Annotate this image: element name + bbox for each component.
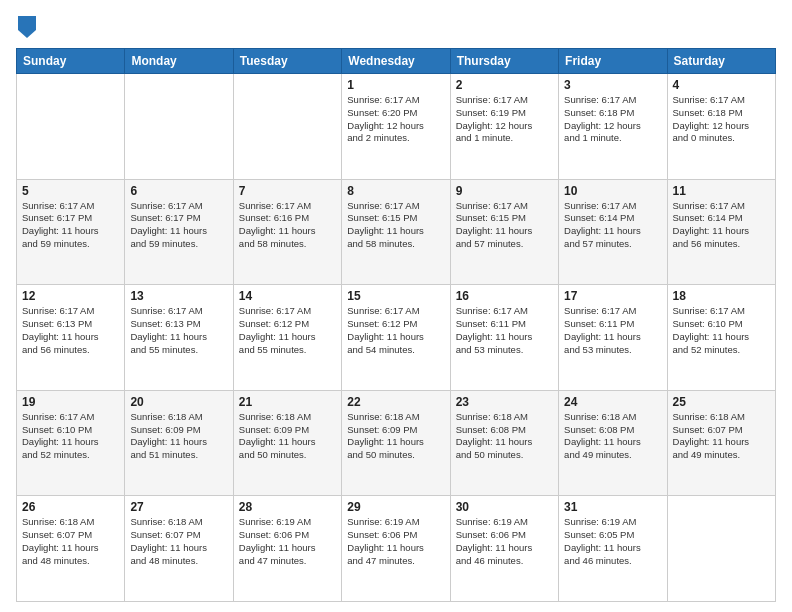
day-info: Sunrise: 6:19 AM Sunset: 6:06 PM Dayligh… bbox=[456, 516, 553, 567]
day-info: Sunrise: 6:18 AM Sunset: 6:08 PM Dayligh… bbox=[456, 411, 553, 462]
day-info: Sunrise: 6:18 AM Sunset: 6:09 PM Dayligh… bbox=[347, 411, 444, 462]
day-number: 26 bbox=[22, 500, 119, 514]
calendar-day-cell: 12Sunrise: 6:17 AM Sunset: 6:13 PM Dayli… bbox=[17, 285, 125, 391]
day-number: 1 bbox=[347, 78, 444, 92]
weekday-header: Thursday bbox=[450, 49, 558, 74]
day-info: Sunrise: 6:17 AM Sunset: 6:19 PM Dayligh… bbox=[456, 94, 553, 145]
calendar-day-cell: 16Sunrise: 6:17 AM Sunset: 6:11 PM Dayli… bbox=[450, 285, 558, 391]
calendar-day-cell: 28Sunrise: 6:19 AM Sunset: 6:06 PM Dayli… bbox=[233, 496, 341, 602]
calendar-day-cell: 10Sunrise: 6:17 AM Sunset: 6:14 PM Dayli… bbox=[559, 179, 667, 285]
calendar-day-cell: 14Sunrise: 6:17 AM Sunset: 6:12 PM Dayli… bbox=[233, 285, 341, 391]
day-number: 22 bbox=[347, 395, 444, 409]
calendar-day-cell: 18Sunrise: 6:17 AM Sunset: 6:10 PM Dayli… bbox=[667, 285, 775, 391]
day-number: 29 bbox=[347, 500, 444, 514]
weekday-header: Monday bbox=[125, 49, 233, 74]
calendar-day-cell: 15Sunrise: 6:17 AM Sunset: 6:12 PM Dayli… bbox=[342, 285, 450, 391]
calendar-day-cell bbox=[17, 74, 125, 180]
day-info: Sunrise: 6:17 AM Sunset: 6:16 PM Dayligh… bbox=[239, 200, 336, 251]
day-info: Sunrise: 6:17 AM Sunset: 6:13 PM Dayligh… bbox=[130, 305, 227, 356]
calendar-day-cell: 3Sunrise: 6:17 AM Sunset: 6:18 PM Daylig… bbox=[559, 74, 667, 180]
calendar-day-cell: 11Sunrise: 6:17 AM Sunset: 6:14 PM Dayli… bbox=[667, 179, 775, 285]
day-number: 4 bbox=[673, 78, 770, 92]
day-number: 9 bbox=[456, 184, 553, 198]
calendar-day-cell: 5Sunrise: 6:17 AM Sunset: 6:17 PM Daylig… bbox=[17, 179, 125, 285]
day-number: 6 bbox=[130, 184, 227, 198]
day-info: Sunrise: 6:17 AM Sunset: 6:15 PM Dayligh… bbox=[347, 200, 444, 251]
calendar-day-cell: 21Sunrise: 6:18 AM Sunset: 6:09 PM Dayli… bbox=[233, 390, 341, 496]
day-number: 8 bbox=[347, 184, 444, 198]
day-number: 28 bbox=[239, 500, 336, 514]
day-number: 3 bbox=[564, 78, 661, 92]
day-info: Sunrise: 6:18 AM Sunset: 6:08 PM Dayligh… bbox=[564, 411, 661, 462]
calendar-day-cell: 8Sunrise: 6:17 AM Sunset: 6:15 PM Daylig… bbox=[342, 179, 450, 285]
day-info: Sunrise: 6:18 AM Sunset: 6:07 PM Dayligh… bbox=[130, 516, 227, 567]
day-number: 10 bbox=[564, 184, 661, 198]
day-info: Sunrise: 6:17 AM Sunset: 6:15 PM Dayligh… bbox=[456, 200, 553, 251]
calendar-day-cell: 19Sunrise: 6:17 AM Sunset: 6:10 PM Dayli… bbox=[17, 390, 125, 496]
day-info: Sunrise: 6:18 AM Sunset: 6:07 PM Dayligh… bbox=[673, 411, 770, 462]
weekday-header: Wednesday bbox=[342, 49, 450, 74]
calendar-day-cell: 26Sunrise: 6:18 AM Sunset: 6:07 PM Dayli… bbox=[17, 496, 125, 602]
weekday-header: Saturday bbox=[667, 49, 775, 74]
weekday-header: Friday bbox=[559, 49, 667, 74]
day-info: Sunrise: 6:18 AM Sunset: 6:07 PM Dayligh… bbox=[22, 516, 119, 567]
calendar-week-row: 19Sunrise: 6:17 AM Sunset: 6:10 PM Dayli… bbox=[17, 390, 776, 496]
logo bbox=[16, 16, 42, 38]
day-number: 11 bbox=[673, 184, 770, 198]
calendar-day-cell: 13Sunrise: 6:17 AM Sunset: 6:13 PM Dayli… bbox=[125, 285, 233, 391]
day-info: Sunrise: 6:17 AM Sunset: 6:20 PM Dayligh… bbox=[347, 94, 444, 145]
calendar-week-row: 1Sunrise: 6:17 AM Sunset: 6:20 PM Daylig… bbox=[17, 74, 776, 180]
calendar-day-cell: 22Sunrise: 6:18 AM Sunset: 6:09 PM Dayli… bbox=[342, 390, 450, 496]
day-info: Sunrise: 6:19 AM Sunset: 6:06 PM Dayligh… bbox=[239, 516, 336, 567]
calendar-day-cell bbox=[667, 496, 775, 602]
day-number: 21 bbox=[239, 395, 336, 409]
weekday-header: Sunday bbox=[17, 49, 125, 74]
day-number: 23 bbox=[456, 395, 553, 409]
day-number: 15 bbox=[347, 289, 444, 303]
day-info: Sunrise: 6:17 AM Sunset: 6:10 PM Dayligh… bbox=[22, 411, 119, 462]
calendar-day-cell: 9Sunrise: 6:17 AM Sunset: 6:15 PM Daylig… bbox=[450, 179, 558, 285]
calendar-header-row: SundayMondayTuesdayWednesdayThursdayFrid… bbox=[17, 49, 776, 74]
calendar-day-cell: 4Sunrise: 6:17 AM Sunset: 6:18 PM Daylig… bbox=[667, 74, 775, 180]
calendar-week-row: 12Sunrise: 6:17 AM Sunset: 6:13 PM Dayli… bbox=[17, 285, 776, 391]
day-info: Sunrise: 6:17 AM Sunset: 6:17 PM Dayligh… bbox=[130, 200, 227, 251]
day-number: 16 bbox=[456, 289, 553, 303]
day-info: Sunrise: 6:17 AM Sunset: 6:11 PM Dayligh… bbox=[564, 305, 661, 356]
day-number: 7 bbox=[239, 184, 336, 198]
day-number: 17 bbox=[564, 289, 661, 303]
day-info: Sunrise: 6:17 AM Sunset: 6:13 PM Dayligh… bbox=[22, 305, 119, 356]
calendar-day-cell: 25Sunrise: 6:18 AM Sunset: 6:07 PM Dayli… bbox=[667, 390, 775, 496]
day-number: 27 bbox=[130, 500, 227, 514]
calendar-day-cell: 2Sunrise: 6:17 AM Sunset: 6:19 PM Daylig… bbox=[450, 74, 558, 180]
day-number: 19 bbox=[22, 395, 119, 409]
day-info: Sunrise: 6:17 AM Sunset: 6:12 PM Dayligh… bbox=[239, 305, 336, 356]
calendar-day-cell: 27Sunrise: 6:18 AM Sunset: 6:07 PM Dayli… bbox=[125, 496, 233, 602]
day-number: 18 bbox=[673, 289, 770, 303]
day-info: Sunrise: 6:18 AM Sunset: 6:09 PM Dayligh… bbox=[239, 411, 336, 462]
calendar-day-cell: 17Sunrise: 6:17 AM Sunset: 6:11 PM Dayli… bbox=[559, 285, 667, 391]
day-info: Sunrise: 6:17 AM Sunset: 6:14 PM Dayligh… bbox=[673, 200, 770, 251]
day-number: 5 bbox=[22, 184, 119, 198]
day-info: Sunrise: 6:17 AM Sunset: 6:17 PM Dayligh… bbox=[22, 200, 119, 251]
day-info: Sunrise: 6:17 AM Sunset: 6:18 PM Dayligh… bbox=[673, 94, 770, 145]
calendar-week-row: 5Sunrise: 6:17 AM Sunset: 6:17 PM Daylig… bbox=[17, 179, 776, 285]
weekday-header: Tuesday bbox=[233, 49, 341, 74]
calendar-day-cell: 29Sunrise: 6:19 AM Sunset: 6:06 PM Dayli… bbox=[342, 496, 450, 602]
calendar-day-cell: 24Sunrise: 6:18 AM Sunset: 6:08 PM Dayli… bbox=[559, 390, 667, 496]
day-info: Sunrise: 6:17 AM Sunset: 6:11 PM Dayligh… bbox=[456, 305, 553, 356]
day-info: Sunrise: 6:17 AM Sunset: 6:18 PM Dayligh… bbox=[564, 94, 661, 145]
day-number: 12 bbox=[22, 289, 119, 303]
calendar-week-row: 26Sunrise: 6:18 AM Sunset: 6:07 PM Dayli… bbox=[17, 496, 776, 602]
calendar-day-cell bbox=[125, 74, 233, 180]
day-info: Sunrise: 6:17 AM Sunset: 6:12 PM Dayligh… bbox=[347, 305, 444, 356]
calendar-day-cell: 7Sunrise: 6:17 AM Sunset: 6:16 PM Daylig… bbox=[233, 179, 341, 285]
day-number: 30 bbox=[456, 500, 553, 514]
svg-marker-0 bbox=[18, 16, 36, 38]
day-info: Sunrise: 6:19 AM Sunset: 6:06 PM Dayligh… bbox=[347, 516, 444, 567]
day-number: 20 bbox=[130, 395, 227, 409]
calendar-day-cell: 31Sunrise: 6:19 AM Sunset: 6:05 PM Dayli… bbox=[559, 496, 667, 602]
calendar-day-cell: 1Sunrise: 6:17 AM Sunset: 6:20 PM Daylig… bbox=[342, 74, 450, 180]
calendar-day-cell bbox=[233, 74, 341, 180]
day-info: Sunrise: 6:18 AM Sunset: 6:09 PM Dayligh… bbox=[130, 411, 227, 462]
day-info: Sunrise: 6:19 AM Sunset: 6:05 PM Dayligh… bbox=[564, 516, 661, 567]
